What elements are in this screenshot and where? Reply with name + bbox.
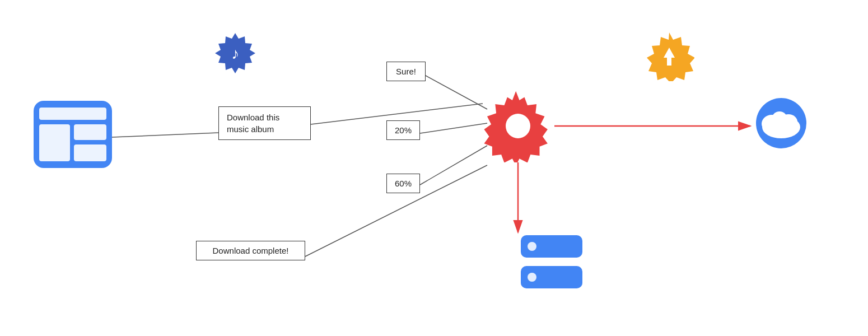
svg-rect-13 — [74, 144, 106, 161]
server-block-1 — [521, 235, 582, 258]
music-badge-icon: ♪ — [213, 31, 258, 76]
svg-point-15 — [506, 114, 530, 138]
svg-line-0 — [112, 133, 218, 137]
connections-svg — [0, 0, 868, 336]
progress-60-text: 60% — [395, 179, 412, 188]
svg-rect-11 — [39, 124, 70, 161]
server-block-2 — [521, 266, 582, 288]
download-request-box: Download this music album — [218, 106, 311, 140]
browser-icon — [34, 101, 112, 168]
sure-text: Sure! — [396, 67, 416, 76]
svg-line-3 — [420, 123, 487, 133]
svg-rect-12 — [74, 124, 106, 140]
svg-text:♪: ♪ — [231, 45, 239, 62]
download-request-text: Download this music album — [227, 113, 279, 134]
server-dot-1 — [528, 242, 536, 251]
progress-20-box: 20% — [386, 120, 420, 140]
complete-text: Download complete! — [213, 246, 289, 255]
gear-icon — [482, 90, 554, 162]
download-badge-icon — [644, 31, 694, 81]
server-dot-2 — [528, 273, 536, 282]
sure-message-box: Sure! — [386, 62, 426, 81]
cloud-icon — [750, 98, 812, 148]
svg-rect-10 — [39, 108, 106, 120]
progress-20-text: 20% — [395, 125, 412, 135]
diagram-container: ♪ Download this music album Sure! 20% 60… — [0, 0, 868, 336]
svg-point-21 — [772, 111, 787, 127]
progress-60-box: 60% — [386, 174, 420, 193]
svg-line-4 — [420, 146, 487, 185]
complete-message-box: Download complete! — [196, 241, 305, 260]
svg-line-2 — [426, 76, 487, 109]
